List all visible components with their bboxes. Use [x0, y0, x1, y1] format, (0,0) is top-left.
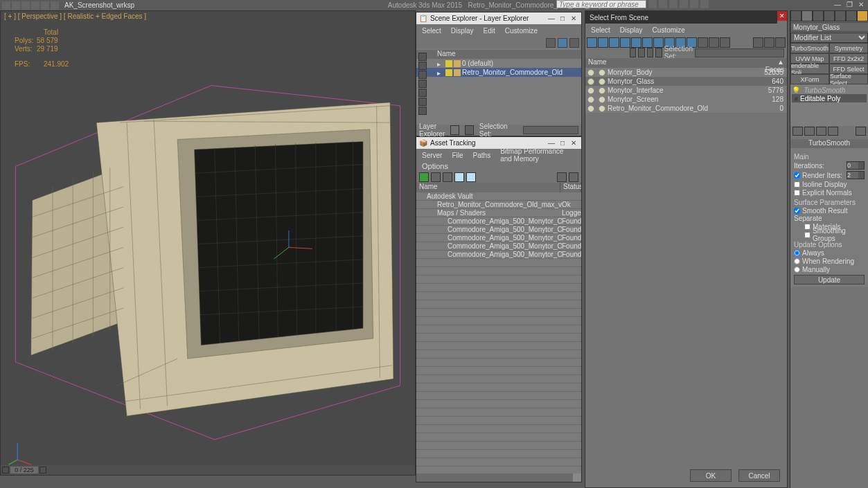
- tree-row-monitor[interactable]: ▸ Retro_Monitor_Commodore_Old: [416, 68, 581, 77]
- tool3-icon[interactable]: [647, 48, 654, 57]
- hierarchy-tab-icon[interactable]: [813, 10, 824, 21]
- expand-icon[interactable]: ▸: [437, 60, 444, 67]
- minimize-icon[interactable]: —: [547, 139, 556, 147]
- slider-prev-icon[interactable]: [2, 467, 9, 473]
- opts-icon[interactable]: [569, 172, 578, 182]
- filter-geom-icon[interactable]: [587, 37, 597, 48]
- scrollbar[interactable]: [416, 473, 581, 482]
- modifier-list-dropdown[interactable]: Modifier List: [790, 33, 868, 43]
- btn-turbosmooth[interactable]: TurboSmooth: [790, 43, 829, 53]
- hdr-faces[interactable]: ▲ Faces: [759, 58, 787, 68]
- menu-display[interactable]: Display: [451, 27, 474, 35]
- modifier-stack[interactable]: 💡 TurboSmooth ◾ Editable Poly: [790, 84, 868, 126]
- selection-set-input[interactable]: [695, 48, 784, 57]
- close-icon[interactable]: ✕: [569, 15, 578, 23]
- close-icon[interactable]: ✕: [777, 11, 787, 21]
- unique-icon[interactable]: [816, 127, 826, 136]
- asset-row[interactable]: Maps / ShadersLogged: [416, 209, 581, 217]
- filter-helper-icon[interactable]: [631, 37, 641, 48]
- link-icon[interactable]: [659, 0, 667, 8]
- filter-shape-icon[interactable]: [598, 37, 608, 48]
- cancel-button[interactable]: Cancel: [738, 469, 780, 482]
- object-name-input[interactable]: [790, 22, 868, 32]
- menu-display[interactable]: Display: [620, 26, 643, 34]
- menu-customize[interactable]: Customize: [505, 27, 538, 35]
- tree-header[interactable]: Name: [416, 50, 581, 59]
- isoline-checkbox[interactable]: Isoline Display: [794, 180, 865, 188]
- funnel-icon[interactable]: [753, 37, 763, 48]
- tree-row-default[interactable]: ▸ 0 (default): [416, 59, 581, 68]
- layer-explorer-dropdown[interactable]: Layer Explorer: [419, 123, 445, 138]
- autodesk-icon[interactable]: [700, 0, 709, 8]
- menu-paths[interactable]: Paths: [473, 152, 491, 159]
- display-tab-icon[interactable]: [835, 10, 846, 21]
- filter-group-icon[interactable]: [653, 37, 664, 48]
- btn-ffd[interactable]: FFD 2x2x2: [829, 53, 868, 64]
- hdr-name[interactable]: Name: [585, 58, 759, 68]
- update-button[interactable]: Update: [794, 275, 865, 284]
- bind-icon[interactable]: [680, 0, 688, 8]
- search-input[interactable]: [556, 0, 646, 8]
- btn-surface-select[interactable]: Surface Select: [829, 74, 868, 84]
- sfs-row[interactable]: Retro_Monitor_Commodore_Old0: [585, 104, 787, 113]
- close-icon[interactable]: ✕: [856, 0, 866, 8]
- visibility-icon[interactable]: [587, 78, 594, 85]
- asset-row[interactable]: Commodore_Amiga_500_Monytor_Old_Di...Fou…: [416, 217, 581, 226]
- menu-file[interactable]: File: [452, 152, 463, 159]
- visibility-icon[interactable]: [587, 87, 594, 94]
- viewport-label[interactable]: [ + ] [ Perspective ] [ Realistic + Edge…: [1, 11, 150, 21]
- render-iter-spinner[interactable]: [847, 171, 865, 179]
- tool2-icon[interactable]: [638, 48, 645, 57]
- filter-light-icon[interactable]: [609, 37, 619, 48]
- minimize-icon[interactable]: —: [547, 15, 556, 23]
- render-iter-checkbox[interactable]: Render Iters:: [794, 171, 842, 179]
- stack-turbosmooth[interactable]: 💡 TurboSmooth: [792, 86, 867, 94]
- tool4-icon[interactable]: [466, 172, 476, 182]
- geom-filter-icon[interactable]: [418, 53, 427, 61]
- asset-row[interactable]: Autodesk Vault: [416, 192, 581, 201]
- sfs-row[interactable]: Monytor_Interface5776: [585, 86, 787, 95]
- freeze-icon[interactable]: [599, 96, 605, 103]
- tool-icon[interactable]: [630, 48, 637, 57]
- tool2-icon[interactable]: [443, 172, 452, 182]
- freeze-icon[interactable]: [599, 105, 605, 112]
- freeze-icon[interactable]: [599, 78, 605, 85]
- light-filter-icon[interactable]: [418, 71, 427, 79]
- filter-hidden-icon[interactable]: [709, 37, 719, 48]
- menu-options[interactable]: Options: [416, 161, 581, 171]
- scroll-right-icon[interactable]: [573, 473, 581, 482]
- helper-filter-icon[interactable]: [418, 89, 427, 97]
- sfs-row[interactable]: Monytor_Glass640: [585, 77, 787, 86]
- filter-frozen-icon[interactable]: [698, 37, 708, 48]
- hdr-status[interactable]: Status: [560, 183, 581, 192]
- remove-icon[interactable]: [828, 127, 838, 136]
- maximize-icon[interactable]: □: [558, 139, 567, 147]
- menu-customize[interactable]: Customize: [653, 26, 685, 34]
- search-icon[interactable]: [648, 0, 657, 8]
- smooth-result-checkbox[interactable]: Smooth Result: [794, 206, 865, 215]
- util-tab-icon[interactable]: [846, 10, 857, 21]
- new-icon[interactable]: [12, 1, 20, 10]
- hdr-name[interactable]: Name: [416, 183, 560, 192]
- unlink-icon[interactable]: [669, 0, 677, 8]
- menu-bitmap[interactable]: Bitmap Performance and Memory: [500, 147, 576, 163]
- ok-button[interactable]: OK: [690, 469, 732, 482]
- help-icon[interactable]: [557, 172, 567, 182]
- close-icon[interactable]: ✕: [569, 139, 578, 147]
- menu-select[interactable]: Select: [422, 27, 441, 35]
- menu-edit[interactable]: Edit: [484, 27, 495, 35]
- tool-icon[interactable]: [431, 172, 441, 182]
- maximize-icon[interactable]: □: [558, 15, 567, 23]
- redo-icon[interactable]: [51, 1, 59, 10]
- filter-cam-icon[interactable]: [620, 37, 630, 48]
- view-icon[interactable]: [558, 38, 567, 48]
- asset-row[interactable]: Commodore_Amiga_500_Monytor_Old_Re...Fou…: [416, 242, 581, 251]
- menu-server[interactable]: Server: [422, 152, 442, 159]
- slider-next-icon[interactable]: [39, 467, 46, 473]
- motion-tab-icon[interactable]: [824, 10, 835, 21]
- undo-icon[interactable]: [41, 1, 49, 10]
- minimize-icon[interactable]: —: [833, 0, 842, 8]
- expand-icon[interactable]: ▸: [437, 69, 444, 76]
- workspace-dropdown[interactable]: AK_Screenshot_wrksp: [64, 1, 134, 9]
- btn-symmetry[interactable]: Symmetry: [829, 43, 868, 53]
